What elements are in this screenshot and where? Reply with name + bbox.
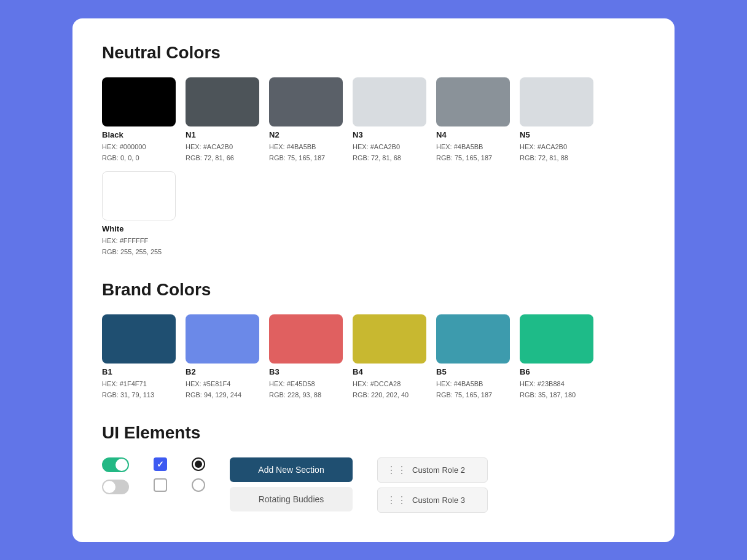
neutral-rgb-3: RGB: 72, 81, 68 bbox=[353, 154, 426, 161]
brand-color-grid: B1 HEX: #1F4F71 RGB: 31, 79, 113 B2 HEX:… bbox=[102, 314, 645, 399]
brand-rgb-2: RGB: 228, 93, 88 bbox=[269, 391, 343, 399]
neutral-color-item-0: Black HEX: #000000 RGB: 0, 0, 0 bbox=[102, 77, 176, 161]
brand-swatch-0 bbox=[102, 314, 176, 364]
neutral-name-0: Black bbox=[102, 130, 176, 139]
neutral-hex-1: HEX: #ACA2B0 bbox=[186, 143, 259, 150]
checkbox-unchecked[interactable] bbox=[154, 478, 167, 492]
brand-rgb-4: RGB: 75, 165, 187 bbox=[436, 391, 510, 399]
tags-column: ⋮⋮ Custom Role 2 ⋮⋮ Custom Role 3 bbox=[377, 457, 488, 513]
neutral-hex-0: HEX: #000000 bbox=[102, 143, 176, 150]
neutral-hex-6: HEX: #FFFFFF bbox=[102, 237, 176, 244]
brand-name-1: B2 bbox=[186, 367, 259, 376]
brand-hex-5: HEX: #23B884 bbox=[520, 380, 593, 387]
neutral-color-item-5: N5 HEX: #ACA2B0 RGB: 72, 81, 88 bbox=[520, 77, 593, 161]
neutral-swatch-5 bbox=[520, 77, 593, 126]
radio-unselected[interactable] bbox=[192, 478, 205, 492]
ui-title: UI Elements bbox=[102, 423, 645, 443]
main-card: Neutral Colors Black HEX: #000000 RGB: 0… bbox=[72, 18, 675, 542]
brand-name-4: B5 bbox=[436, 367, 510, 376]
neutral-rgb-4: RGB: 75, 165, 187 bbox=[436, 154, 510, 161]
neutral-title: Neutral Colors bbox=[102, 43, 645, 63]
custom-role-2-label: Custom Role 2 bbox=[412, 465, 465, 475]
neutral-hex-3: HEX: #ACA2B0 bbox=[353, 143, 426, 150]
neutral-swatch-3 bbox=[353, 77, 426, 126]
rotating-buddies-button[interactable]: Rotating Buddies bbox=[230, 487, 353, 511]
brand-rgb-5: RGB: 35, 187, 180 bbox=[520, 391, 593, 399]
neutral-name-1: N1 bbox=[186, 130, 259, 139]
toggle-column bbox=[102, 457, 129, 494]
neutral-color-item-3: N3 HEX: #ACA2B0 RGB: 72, 81, 68 bbox=[353, 77, 426, 161]
brand-color-item-3: B4 HEX: #DCCA28 RGB: 220, 202, 40 bbox=[353, 314, 426, 399]
ui-elements-section: UI Elements ✓ bbox=[102, 423, 645, 513]
brand-title: Brand Colors bbox=[102, 280, 645, 300]
brand-colors-section: Brand Colors B1 HEX: #1F4F71 RGB: 31, 79… bbox=[102, 280, 645, 399]
neutral-rgb-5: RGB: 72, 81, 88 bbox=[520, 154, 593, 161]
toggle-off[interactable] bbox=[102, 480, 129, 494]
neutral-name-4: N4 bbox=[436, 130, 510, 139]
brand-color-item-2: B3 HEX: #E45D58 RGB: 228, 93, 88 bbox=[269, 314, 343, 399]
brand-swatch-5 bbox=[520, 314, 593, 364]
brand-swatch-2 bbox=[269, 314, 343, 364]
neutral-swatch-6 bbox=[102, 171, 176, 220]
neutral-swatch-2 bbox=[269, 77, 343, 126]
radio-column bbox=[192, 457, 205, 492]
brand-hex-0: HEX: #1F4F71 bbox=[102, 380, 176, 387]
brand-swatch-4 bbox=[436, 314, 510, 364]
brand-rgb-1: RGB: 94, 129, 244 bbox=[186, 391, 259, 399]
custom-role-2-tag[interactable]: ⋮⋮ Custom Role 2 bbox=[377, 457, 488, 483]
neutral-name-3: N3 bbox=[353, 130, 426, 139]
brand-swatch-1 bbox=[186, 314, 259, 364]
brand-color-item-5: B6 HEX: #23B884 RGB: 35, 187, 180 bbox=[520, 314, 593, 399]
neutral-rgb-0: RGB: 0, 0, 0 bbox=[102, 154, 176, 161]
brand-color-item-0: B1 HEX: #1F4F71 RGB: 31, 79, 113 bbox=[102, 314, 176, 399]
toggle-off-knob bbox=[103, 481, 115, 493]
buttons-column: Add New Section Rotating Buddies bbox=[230, 457, 353, 511]
brand-swatch-3 bbox=[353, 314, 426, 364]
brand-color-item-4: B5 HEX: #4BA5BB RGB: 75, 165, 187 bbox=[436, 314, 510, 399]
neutral-name-5: N5 bbox=[520, 130, 593, 139]
brand-hex-4: HEX: #4BA5BB bbox=[436, 380, 510, 387]
brand-rgb-0: RGB: 31, 79, 113 bbox=[102, 391, 176, 399]
neutral-name-6: White bbox=[102, 224, 176, 233]
brand-name-5: B6 bbox=[520, 367, 593, 376]
checkbox-checked[interactable]: ✓ bbox=[154, 457, 167, 471]
neutral-color-item-6: White HEX: #FFFFFF RGB: 255, 255, 255 bbox=[102, 171, 176, 255]
neutral-swatch-1 bbox=[186, 77, 259, 126]
tag-dots-icon-2: ⋮⋮ bbox=[386, 494, 407, 506]
neutral-color-item-1: N1 HEX: #ACA2B0 RGB: 72, 81, 66 bbox=[186, 77, 259, 161]
checkbox-column: ✓ bbox=[154, 457, 167, 492]
neutral-color-item-4: N4 HEX: #4BA5BB RGB: 75, 165, 187 bbox=[436, 77, 510, 161]
brand-name-2: B3 bbox=[269, 367, 343, 376]
ui-elements-grid: ✓ Add New Section Rotating Buddies ⋮⋮ Cu… bbox=[102, 457, 645, 513]
brand-name-3: B4 bbox=[353, 367, 426, 376]
custom-role-3-label: Custom Role 3 bbox=[412, 496, 465, 505]
neutral-rgb-1: RGB: 72, 81, 66 bbox=[186, 154, 259, 161]
neutral-name-2: N2 bbox=[269, 130, 343, 139]
neutral-colors-section: Neutral Colors Black HEX: #000000 RGB: 0… bbox=[102, 43, 645, 255]
brand-hex-3: HEX: #DCCA28 bbox=[353, 380, 426, 387]
brand-hex-1: HEX: #5E81F4 bbox=[186, 380, 259, 387]
toggle-on[interactable] bbox=[102, 457, 129, 472]
add-new-section-button[interactable]: Add New Section bbox=[230, 457, 353, 482]
neutral-color-item-2: N2 HEX: #4BA5BB RGB: 75, 165, 187 bbox=[269, 77, 343, 161]
neutral-hex-4: HEX: #4BA5BB bbox=[436, 143, 510, 150]
brand-hex-2: HEX: #E45D58 bbox=[269, 380, 343, 387]
neutral-rgb-2: RGB: 75, 165, 187 bbox=[269, 154, 343, 161]
neutral-color-grid: Black HEX: #000000 RGB: 0, 0, 0 N1 HEX: … bbox=[102, 77, 645, 255]
tag-dots-icon: ⋮⋮ bbox=[386, 464, 407, 476]
custom-role-3-tag[interactable]: ⋮⋮ Custom Role 3 bbox=[377, 488, 488, 513]
checkmark-icon: ✓ bbox=[157, 460, 164, 469]
radio-selected[interactable] bbox=[192, 457, 205, 471]
neutral-hex-2: HEX: #4BA5BB bbox=[269, 143, 343, 150]
neutral-hex-5: HEX: #ACA2B0 bbox=[520, 143, 593, 150]
brand-color-item-1: B2 HEX: #5E81F4 RGB: 94, 129, 244 bbox=[186, 314, 259, 399]
toggle-on-knob bbox=[115, 459, 128, 471]
neutral-swatch-0 bbox=[102, 77, 176, 126]
brand-name-0: B1 bbox=[102, 367, 176, 376]
neutral-swatch-4 bbox=[436, 77, 510, 126]
brand-rgb-3: RGB: 220, 202, 40 bbox=[353, 391, 426, 399]
neutral-rgb-6: RGB: 255, 255, 255 bbox=[102, 248, 176, 255]
